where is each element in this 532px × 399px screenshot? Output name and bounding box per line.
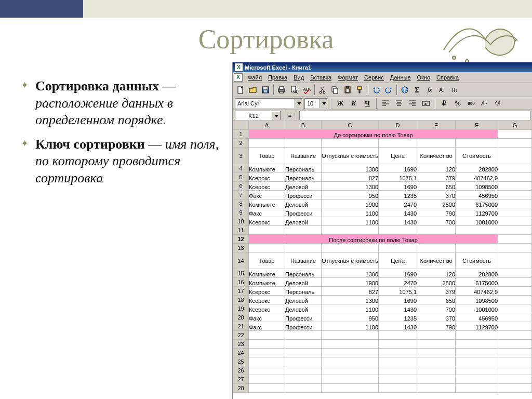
cell[interactable]: 120 [417, 164, 456, 173]
cell[interactable] [498, 357, 532, 366]
cell[interactable] [498, 340, 532, 349]
cell[interactable]: Деловой [285, 182, 322, 191]
cell[interactable]: Деловой [285, 200, 322, 208]
cell[interactable] [498, 287, 532, 296]
cell[interactable]: 407462,9 [456, 287, 498, 296]
hyperlink-icon[interactable] [398, 84, 411, 96]
cell[interactable]: 1100 [322, 304, 379, 313]
cell[interactable] [498, 226, 532, 235]
row-header[interactable]: 4 [233, 164, 249, 173]
cell[interactable] [498, 200, 532, 208]
col-header[interactable]: D [379, 121, 417, 130]
cell[interactable]: 1690 [379, 182, 417, 191]
row-header[interactable]: 9 [233, 208, 249, 217]
cell[interactable]: Ксерокс [249, 217, 285, 226]
row-header[interactable]: 12 [233, 235, 249, 244]
cell[interactable]: 790 [417, 322, 456, 331]
row-header[interactable]: 11 [233, 226, 249, 235]
cell[interactable] [456, 366, 498, 375]
row-header[interactable]: 1 [233, 130, 249, 139]
row-header[interactable]: 23 [233, 340, 249, 349]
cell[interactable]: Персональ [285, 173, 322, 182]
cell[interactable] [379, 384, 417, 393]
copy-icon[interactable] [329, 84, 341, 96]
menu-file[interactable]: Файл [245, 73, 265, 82]
cell[interactable] [322, 366, 379, 375]
equals-button[interactable]: = [284, 111, 296, 121]
row-header[interactable]: 10 [233, 217, 249, 226]
cell[interactable] [498, 148, 532, 164]
cell[interactable]: 370 [417, 313, 456, 322]
cell[interactable]: 407462,9 [456, 173, 498, 182]
cell[interactable]: 1100 [322, 208, 379, 217]
row-header[interactable]: 26 [233, 366, 249, 375]
cell[interactable]: Компьюте [249, 200, 285, 208]
cell[interactable]: 1100 [322, 322, 379, 331]
row-header[interactable]: 16 [233, 278, 249, 287]
cell[interactable] [417, 340, 456, 349]
table-header-cell[interactable]: Товар [249, 252, 285, 269]
row-header[interactable]: 15 [233, 269, 249, 278]
currency-button[interactable]: ₽ [438, 98, 450, 109]
cell[interactable] [498, 384, 532, 393]
cell[interactable] [498, 349, 532, 357]
cell[interactable] [498, 296, 532, 304]
cell[interactable]: 1900 [322, 278, 379, 287]
percent-button[interactable]: % [451, 98, 464, 109]
cell[interactable] [379, 340, 417, 349]
cell[interactable] [498, 164, 532, 173]
cell[interactable] [249, 384, 285, 393]
cell[interactable] [249, 357, 285, 366]
table-header-cell[interactable]: Отпускная стоимость [322, 252, 379, 269]
cell[interactable] [285, 384, 322, 393]
merge-center-icon[interactable]: a [420, 98, 432, 109]
align-left-icon[interactable] [379, 98, 392, 109]
row-header[interactable]: 8 [233, 200, 249, 208]
cell[interactable] [249, 340, 285, 349]
cell[interactable]: Професси [285, 322, 322, 331]
row-header[interactable]: 13 [233, 244, 249, 252]
cell[interactable]: 1235 [379, 313, 417, 322]
formula-input[interactable] [299, 111, 530, 121]
cell[interactable]: Деловой [285, 296, 322, 304]
cell[interactable]: Професси [285, 313, 322, 322]
decrease-decimal-icon[interactable]: ,0 [492, 98, 504, 109]
cell[interactable]: Компьюте [249, 164, 285, 173]
cell[interactable]: 1001000 [456, 304, 498, 313]
row-header[interactable]: 22 [233, 331, 249, 340]
spelling-icon[interactable]: ABC [300, 84, 313, 96]
cell[interactable]: 790 [417, 208, 456, 217]
cell[interactable]: 700 [417, 304, 456, 313]
cell[interactable] [498, 217, 532, 226]
cell[interactable] [498, 304, 532, 313]
row-header[interactable]: 2 [233, 139, 249, 148]
cell[interactable] [379, 366, 417, 375]
cell[interactable] [498, 235, 532, 244]
sort-asc-icon[interactable]: А↓ [436, 84, 448, 96]
menu-data[interactable]: Данные [387, 73, 414, 82]
cell[interactable] [498, 331, 532, 340]
cell[interactable]: 1900 [322, 200, 379, 208]
cell[interactable] [249, 349, 285, 357]
cell[interactable]: 1100 [322, 217, 379, 226]
cell[interactable] [322, 375, 379, 384]
cell[interactable] [249, 244, 285, 252]
cell[interactable] [498, 173, 532, 182]
cell[interactable]: Персональ [285, 287, 322, 296]
cell[interactable] [379, 139, 417, 148]
cell[interactable] [285, 340, 322, 349]
cell[interactable] [498, 191, 532, 200]
cell[interactable]: 6175000 [456, 278, 498, 287]
cell[interactable]: Ксерокс [249, 296, 285, 304]
italic-button[interactable]: К [348, 98, 360, 109]
table-header-cell[interactable]: Стоимость [456, 252, 498, 269]
cell[interactable]: 6175000 [456, 200, 498, 208]
thousands-button[interactable]: 000 [465, 98, 477, 109]
cell[interactable] [379, 244, 417, 252]
col-header[interactable]: F [456, 121, 498, 130]
cell[interactable] [249, 331, 285, 340]
cell[interactable] [285, 375, 322, 384]
cell[interactable]: 1075,1 [379, 287, 417, 296]
save-icon[interactable] [259, 84, 272, 96]
cell[interactable]: Персональ [285, 164, 322, 173]
